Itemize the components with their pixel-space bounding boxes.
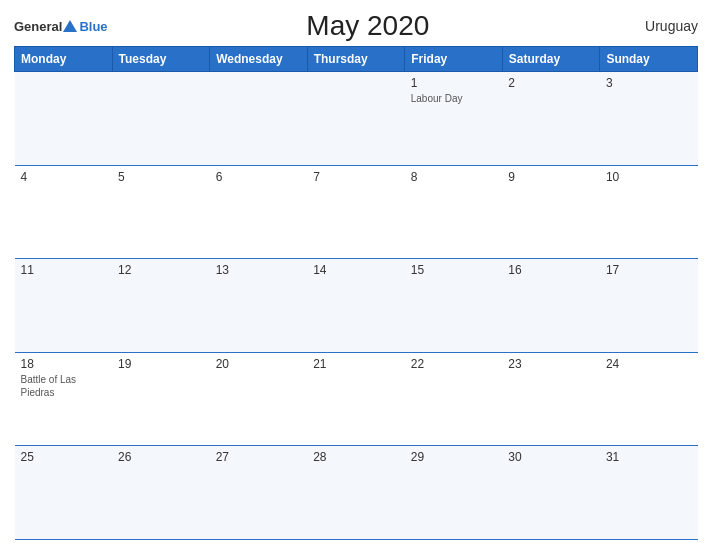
day-number: 10 xyxy=(606,170,692,184)
calendar-day-cell: 7 xyxy=(307,165,405,259)
calendar-day-cell: 25 xyxy=(15,446,113,540)
calendar-day-cell xyxy=(307,72,405,166)
calendar-day-cell: 12 xyxy=(112,259,210,353)
calendar-day-cell: 20 xyxy=(210,352,308,446)
day-number: 17 xyxy=(606,263,692,277)
day-number: 27 xyxy=(216,450,302,464)
day-number: 28 xyxy=(313,450,399,464)
logo: General Blue xyxy=(14,20,108,33)
calendar-day-cell: 18Battle of Las Piedras xyxy=(15,352,113,446)
calendar-week-row: 45678910 xyxy=(15,165,698,259)
day-number: 23 xyxy=(508,357,594,371)
day-number: 24 xyxy=(606,357,692,371)
day-number: 9 xyxy=(508,170,594,184)
calendar-day-cell: 11 xyxy=(15,259,113,353)
day-number: 30 xyxy=(508,450,594,464)
day-number: 25 xyxy=(21,450,107,464)
calendar-day-cell: 23 xyxy=(502,352,600,446)
calendar-header-cell: Monday xyxy=(15,47,113,72)
day-number: 31 xyxy=(606,450,692,464)
calendar-header-cell: Friday xyxy=(405,47,503,72)
calendar-day-cell: 13 xyxy=(210,259,308,353)
calendar-day-cell: 10 xyxy=(600,165,698,259)
day-number: 21 xyxy=(313,357,399,371)
calendar-day-cell: 19 xyxy=(112,352,210,446)
holiday-label: Labour Day xyxy=(411,92,497,105)
calendar-day-cell xyxy=(112,72,210,166)
calendar-day-cell: 2 xyxy=(502,72,600,166)
calendar-header-cell: Tuesday xyxy=(112,47,210,72)
calendar-header-cell: Thursday xyxy=(307,47,405,72)
page: General Blue May 2020 Uruguay MondayTues… xyxy=(0,0,712,550)
day-number: 26 xyxy=(118,450,204,464)
calendar-day-cell: 9 xyxy=(502,165,600,259)
day-number: 13 xyxy=(216,263,302,277)
country-label: Uruguay xyxy=(628,18,698,34)
day-number: 18 xyxy=(21,357,107,371)
calendar-week-row: 1Labour Day23 xyxy=(15,72,698,166)
calendar-day-cell: 3 xyxy=(600,72,698,166)
month-title: May 2020 xyxy=(108,10,628,42)
calendar-day-cell: 1Labour Day xyxy=(405,72,503,166)
calendar-day-cell: 31 xyxy=(600,446,698,540)
day-number: 20 xyxy=(216,357,302,371)
day-number: 3 xyxy=(606,76,692,90)
calendar-day-cell: 16 xyxy=(502,259,600,353)
day-number: 11 xyxy=(21,263,107,277)
logo-blue-text: Blue xyxy=(79,20,107,33)
calendar-header-cell: Wednesday xyxy=(210,47,308,72)
day-number: 29 xyxy=(411,450,497,464)
calendar-header-cell: Saturday xyxy=(502,47,600,72)
calendar-day-cell: 28 xyxy=(307,446,405,540)
day-number: 16 xyxy=(508,263,594,277)
day-number: 2 xyxy=(508,76,594,90)
calendar-week-row: 11121314151617 xyxy=(15,259,698,353)
calendar-day-cell: 24 xyxy=(600,352,698,446)
calendar-day-cell: 4 xyxy=(15,165,113,259)
day-number: 4 xyxy=(21,170,107,184)
calendar-day-cell: 15 xyxy=(405,259,503,353)
calendar-day-cell: 6 xyxy=(210,165,308,259)
day-number: 5 xyxy=(118,170,204,184)
calendar-header-row: MondayTuesdayWednesdayThursdayFridaySatu… xyxy=(15,47,698,72)
day-number: 12 xyxy=(118,263,204,277)
day-number: 7 xyxy=(313,170,399,184)
logo-triangle-icon xyxy=(63,20,77,32)
holiday-label: Battle of Las Piedras xyxy=(21,373,107,399)
calendar-day-cell: 26 xyxy=(112,446,210,540)
calendar-day-cell: 8 xyxy=(405,165,503,259)
calendar-day-cell: 30 xyxy=(502,446,600,540)
calendar-day-cell: 5 xyxy=(112,165,210,259)
day-number: 19 xyxy=(118,357,204,371)
calendar-day-cell xyxy=(210,72,308,166)
day-number: 14 xyxy=(313,263,399,277)
calendar-day-cell: 22 xyxy=(405,352,503,446)
calendar-header-cell: Sunday xyxy=(600,47,698,72)
calendar-day-cell xyxy=(15,72,113,166)
logo-general-text: General xyxy=(14,20,62,33)
calendar-week-row: 25262728293031 xyxy=(15,446,698,540)
day-number: 8 xyxy=(411,170,497,184)
calendar-day-cell: 17 xyxy=(600,259,698,353)
calendar-day-cell: 27 xyxy=(210,446,308,540)
day-number: 15 xyxy=(411,263,497,277)
header-row: General Blue May 2020 Uruguay xyxy=(14,10,698,42)
calendar-table: MondayTuesdayWednesdayThursdayFridaySatu… xyxy=(14,46,698,540)
calendar-week-row: 18Battle of Las Piedras192021222324 xyxy=(15,352,698,446)
calendar-day-cell: 29 xyxy=(405,446,503,540)
calendar-day-cell: 21 xyxy=(307,352,405,446)
day-number: 1 xyxy=(411,76,497,90)
day-number: 6 xyxy=(216,170,302,184)
calendar-day-cell: 14 xyxy=(307,259,405,353)
day-number: 22 xyxy=(411,357,497,371)
